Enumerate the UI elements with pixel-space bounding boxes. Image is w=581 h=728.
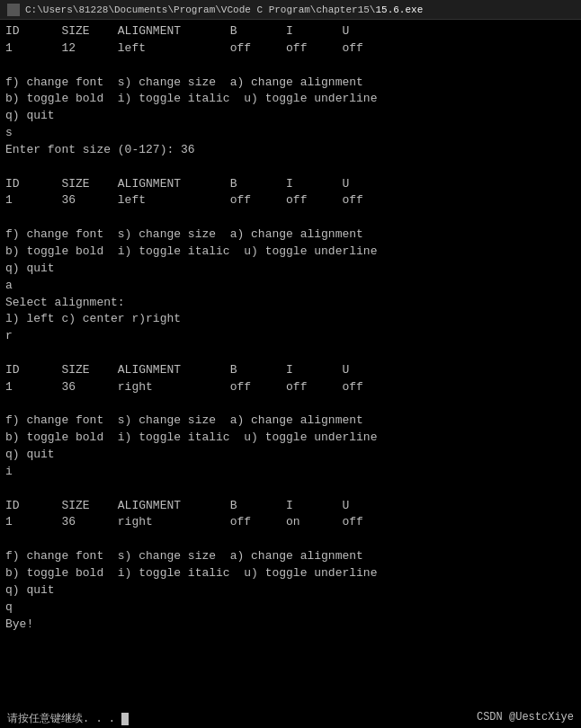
terminal-line: 1 36 right off off off	[5, 379, 576, 396]
terminal-line: ID SIZE ALIGNMENT B I U	[5, 498, 576, 515]
terminal-line: l) left c) center r)right	[5, 311, 576, 328]
terminal-line: b) toggle bold i) toggle italic u) toggl…	[5, 430, 576, 447]
terminal-line	[5, 531, 576, 548]
bottom-bar: 请按任意键继续. . . CSDN @UestcXiye	[0, 709, 581, 728]
terminal-line: r	[5, 328, 576, 345]
terminal-line: f) change font s) change size a) change …	[5, 413, 576, 430]
terminal: ID SIZE ALIGNMENT B I U1 12 left off off…	[0, 20, 581, 728]
terminal-line	[5, 58, 576, 75]
press-any-key: 请按任意键继续. . .	[7, 711, 129, 726]
terminal-line: ID SIZE ALIGNMENT B I U	[5, 176, 576, 193]
terminal-line: 1 36 left off off off	[5, 192, 576, 209]
title-filename: 15.6.exe	[375, 4, 423, 15]
title-text: C:\Users\81228\Documents\Program\VCode C…	[25, 4, 423, 15]
title-bar-icon	[7, 4, 20, 16]
terminal-line	[5, 481, 576, 498]
terminal-line	[5, 345, 576, 362]
terminal-line: f) change font s) change size a) change …	[5, 75, 576, 92]
terminal-line: f) change font s) change size a) change …	[5, 548, 576, 565]
terminal-line	[5, 209, 576, 226]
terminal-line: b) toggle bold i) toggle italic u) toggl…	[5, 91, 576, 108]
author-credit: CSDN @UestcXiye	[477, 711, 574, 726]
terminal-line: f) change font s) change size a) change …	[5, 226, 576, 244]
terminal-line: i	[5, 464, 576, 481]
terminal-line: Select alignment:	[5, 295, 576, 312]
terminal-line: Enter font size (0-127): 36	[5, 142, 576, 159]
terminal-line: q) quit	[5, 261, 576, 278]
terminal-line: q) quit	[5, 582, 576, 599]
terminal-line: Bye!	[5, 617, 576, 634]
terminal-line: s	[5, 125, 576, 142]
terminal-line: a	[5, 278, 576, 295]
terminal-line: ID SIZE ALIGNMENT B I U	[5, 362, 576, 379]
cursor	[121, 713, 129, 725]
terminal-line: b) toggle bold i) toggle italic u) toggl…	[5, 565, 576, 582]
terminal-line: 1 12 left off off off	[5, 40, 576, 58]
terminal-line: q) quit	[5, 108, 576, 125]
terminal-line	[5, 159, 576, 176]
terminal-line: 1 36 right off on off	[5, 514, 576, 531]
terminal-line: b) toggle bold i) toggle italic u) toggl…	[5, 244, 576, 261]
terminal-line	[5, 396, 576, 413]
terminal-line: ID SIZE ALIGNMENT B I U	[5, 23, 576, 40]
terminal-output: ID SIZE ALIGNMENT B I U1 12 left off off…	[5, 23, 576, 633]
terminal-line: q) quit	[5, 447, 576, 464]
title-bar: C:\Users\81228\Documents\Program\VCode C…	[0, 0, 581, 20]
terminal-line: q	[5, 599, 576, 617]
